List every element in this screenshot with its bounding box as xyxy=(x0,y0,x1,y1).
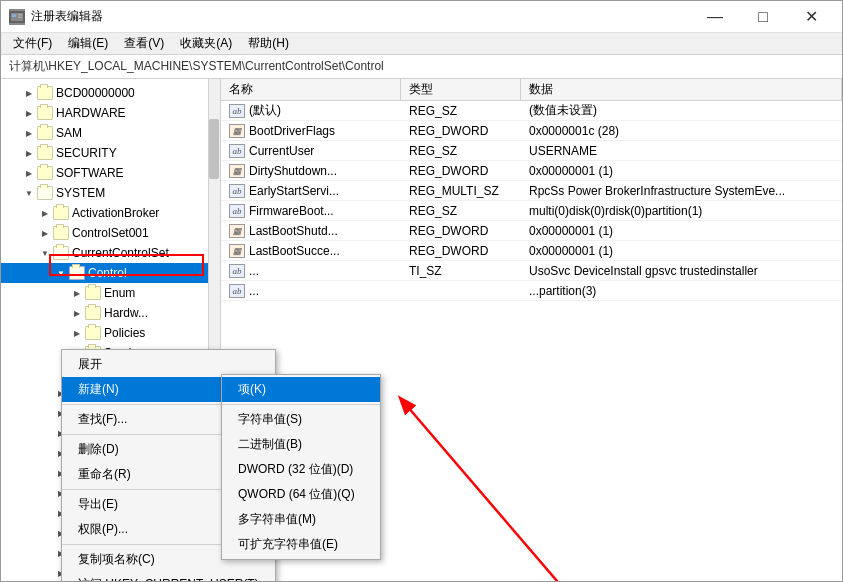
tree-label-hardw: Hardw... xyxy=(104,306,148,320)
cell-name-7: ▦ LastBootSucce... xyxy=(221,241,401,260)
tree-item-system[interactable]: ▼ SYSTEM xyxy=(1,183,220,203)
tree-arrow-sam: ▶ xyxy=(21,129,37,138)
reg-icon-1: ▦ xyxy=(229,124,245,138)
row-name-0: (默认) xyxy=(249,102,281,119)
tree-scroll-thumb[interactable] xyxy=(209,119,219,179)
menu-view[interactable]: 查看(V) xyxy=(116,33,172,54)
folder-icon-software xyxy=(37,166,53,180)
cell-data-3: 0x00000001 (1) xyxy=(521,161,842,180)
maximize-button[interactable]: □ xyxy=(740,2,786,32)
tree-item-hardw[interactable]: ▶ Hardw... xyxy=(1,303,220,323)
row-name-8: ... xyxy=(249,264,259,278)
cell-data-4: RpcSs Power BrokerInfrastructure SystemE… xyxy=(521,181,842,200)
cell-data-7: 0x00000001 (1) xyxy=(521,241,842,260)
tree-label-activationbroker: ActivationBroker xyxy=(72,206,159,220)
cell-type-9 xyxy=(401,281,521,300)
table-row[interactable]: ab CurrentUser REG_SZ USERNAME xyxy=(221,141,842,161)
submenu-item-binary[interactable]: 二进制值(B) xyxy=(222,432,380,457)
menu-favorites[interactable]: 收藏夹(A) xyxy=(172,33,240,54)
table-row[interactable]: ▦ LastBootSucce... REG_DWORD 0x00000001 … xyxy=(221,241,842,261)
table-header: 名称 类型 数据 xyxy=(221,79,842,101)
folder-icon-currentcontrolset xyxy=(53,246,69,260)
reg-icon-4: ab xyxy=(229,184,245,198)
cell-data-0: (数值未设置) xyxy=(521,101,842,120)
window-icon xyxy=(9,9,25,25)
folder-icon-hardware xyxy=(37,106,53,120)
col-header-type[interactable]: 类型 xyxy=(401,79,521,100)
reg-icon-5: ab xyxy=(229,204,245,218)
window-controls: — □ ✕ xyxy=(692,2,834,32)
tree-label-currentcontrolset: CurrentControlSet xyxy=(72,246,169,260)
tree-arrow-hardware: ▶ xyxy=(21,109,37,118)
cell-name-2: ab CurrentUser xyxy=(221,141,401,160)
cell-type-1: REG_DWORD xyxy=(401,121,521,140)
cell-data-1: 0x0000001c (28) xyxy=(521,121,842,140)
row-name-4: EarlyStartServi... xyxy=(249,184,339,198)
menu-file[interactable]: 文件(F) xyxy=(5,33,60,54)
cell-type-8: TI_SZ xyxy=(401,261,521,280)
tree-item-controlset001[interactable]: ▶ ControlSet001 xyxy=(1,223,220,243)
ctx-access-hkcu[interactable]: 访问 HKEY_CURRENT_USER(T) xyxy=(62,572,275,581)
tree-label-security: SECURITY xyxy=(56,146,117,160)
submenu-item-qword[interactable]: QWORD (64 位值)(Q) xyxy=(222,482,380,507)
reg-icon-8: ab xyxy=(229,264,245,278)
tree-label-enum: Enum xyxy=(104,286,135,300)
cell-data-9: ...partition(3) xyxy=(521,281,842,300)
tree-item-enum[interactable]: ▶ Enum xyxy=(1,283,220,303)
cell-name-0: ab (默认) xyxy=(221,101,401,120)
row-name-3: DirtyShutdown... xyxy=(249,164,337,178)
row-name-2: CurrentUser xyxy=(249,144,314,158)
table-row[interactable]: ab (默认) REG_SZ (数值未设置) xyxy=(221,101,842,121)
menu-bar: 文件(F) 编辑(E) 查看(V) 收藏夹(A) 帮助(H) xyxy=(1,33,842,55)
folder-icon-system xyxy=(37,186,53,200)
tree-item-control[interactable]: ▼ Control xyxy=(1,263,220,283)
cell-type-7: REG_DWORD xyxy=(401,241,521,260)
svg-rect-1 xyxy=(12,14,16,17)
col-header-data[interactable]: 数据 xyxy=(521,79,842,100)
submenu: 项(K) 字符串值(S) 二进制值(B) DWORD (32 位值)(D) QW… xyxy=(221,374,381,560)
tree-item-sam[interactable]: ▶ SAM xyxy=(1,123,220,143)
tree-label-bcd: BCD00000000 xyxy=(56,86,135,100)
title-bar: 注册表编辑器 — □ ✕ xyxy=(1,1,842,33)
table-row[interactable]: ab ... TI_SZ UsoSvc DeviceInstall gpsvc … xyxy=(221,261,842,281)
tree-item-policies[interactable]: ▶ Policies xyxy=(1,323,220,343)
row-name-6: LastBootShutd... xyxy=(249,224,338,238)
table-row[interactable]: ▦ LastBootShutd... REG_DWORD 0x00000001 … xyxy=(221,221,842,241)
reg-icon-0: ab xyxy=(229,104,245,118)
tree-label-sam: SAM xyxy=(56,126,82,140)
cell-name-8: ab ... xyxy=(221,261,401,280)
cell-type-5: REG_SZ xyxy=(401,201,521,220)
tree-arrow-software: ▶ xyxy=(21,169,37,178)
close-button[interactable]: ✕ xyxy=(788,2,834,32)
submenu-item-key[interactable]: 项(K) xyxy=(222,377,380,402)
reg-icon-3: ▦ xyxy=(229,164,245,178)
table-row[interactable]: ab FirmwareBoot... REG_SZ multi(0)disk(0… xyxy=(221,201,842,221)
tree-arrow-security: ▶ xyxy=(21,149,37,158)
tree-item-currentcontrolset[interactable]: ▼ CurrentControlSet xyxy=(1,243,220,263)
cell-name-5: ab FirmwareBoot... xyxy=(221,201,401,220)
menu-help[interactable]: 帮助(H) xyxy=(240,33,297,54)
table-row[interactable]: ▦ DirtyShutdown... REG_DWORD 0x00000001 … xyxy=(221,161,842,181)
address-bar: 计算机\HKEY_LOCAL_MACHINE\SYSTEM\CurrentCon… xyxy=(1,55,842,79)
reg-icon-2: ab xyxy=(229,144,245,158)
tree-arrow-system: ▼ xyxy=(21,189,37,198)
address-label: 计算机\HKEY_LOCAL_MACHINE\SYSTEM\CurrentCon… xyxy=(9,58,384,75)
tree-label-policies: Policies xyxy=(104,326,145,340)
tree-item-hardware[interactable]: ▶ HARDWARE xyxy=(1,103,220,123)
table-row[interactable]: ab EarlyStartServi... REG_MULTI_SZ RpcSs… xyxy=(221,181,842,201)
col-header-name[interactable]: 名称 xyxy=(221,79,401,100)
reg-icon-6: ▦ xyxy=(229,224,245,238)
table-row[interactable]: ab ... ...partition(3) xyxy=(221,281,842,301)
tree-item-activationbroker[interactable]: ▶ ActivationBroker xyxy=(1,203,220,223)
submenu-item-string[interactable]: 字符串值(S) xyxy=(222,407,380,432)
submenu-item-dword[interactable]: DWORD (32 位值)(D) xyxy=(222,457,380,482)
submenu-item-expandstring[interactable]: 可扩充字符串值(E) xyxy=(222,532,380,557)
tree-item-bcd[interactable]: ▶ BCD00000000 xyxy=(1,83,220,103)
menu-edit[interactable]: 编辑(E) xyxy=(60,33,116,54)
table-row[interactable]: ▦ BootDriverFlags REG_DWORD 0x0000001c (… xyxy=(221,121,842,141)
tree-item-software[interactable]: ▶ SOFTWARE xyxy=(1,163,220,183)
tree-item-security[interactable]: ▶ SECURITY xyxy=(1,143,220,163)
submenu-item-multistring[interactable]: 多字符串值(M) xyxy=(222,507,380,532)
folder-icon-bcd xyxy=(37,86,53,100)
minimize-button[interactable]: — xyxy=(692,2,738,32)
